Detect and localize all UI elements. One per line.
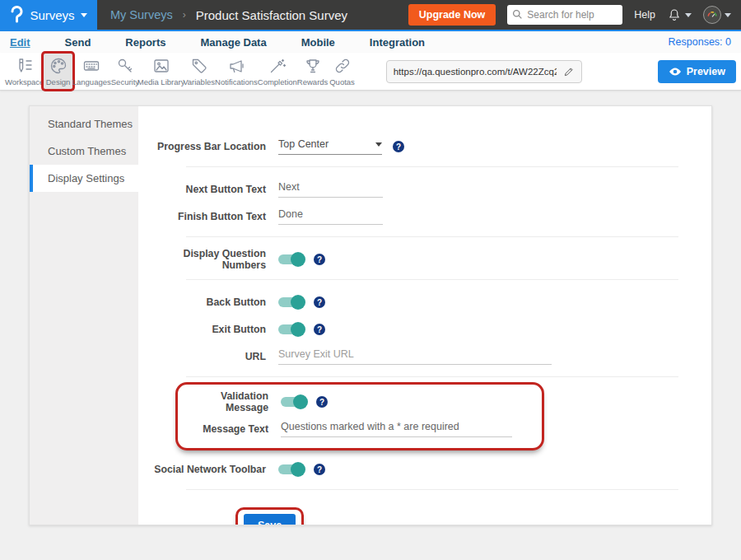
- key-icon: [115, 56, 135, 76]
- upgrade-now-button[interactable]: Upgrade Now: [408, 4, 496, 26]
- image-icon: [151, 56, 171, 76]
- tool-design[interactable]: Design: [44, 54, 72, 89]
- nav-tab-mobile[interactable]: Mobile: [301, 36, 335, 49]
- section-divider: [186, 489, 678, 490]
- sidebar-item-custom-themes[interactable]: Custom Themes: [30, 138, 138, 165]
- tool-notifications[interactable]: Notifications: [215, 54, 258, 89]
- display-settings-form: Progress Bar Location Top Center Next Bu…: [138, 106, 711, 525]
- finish-button-text-input[interactable]: [278, 208, 383, 225]
- tool-rewards[interactable]: Rewards: [297, 54, 329, 89]
- breadcrumb-separator: ›: [183, 9, 186, 21]
- section-divider: [186, 279, 678, 280]
- pencil-icon: [563, 66, 575, 77]
- chevron-down-icon: [725, 13, 731, 17]
- exit-button-label: Exit Button: [138, 324, 266, 335]
- back-button-toggle[interactable]: [278, 297, 303, 307]
- display-question-numbers-label: Display Question Numbers: [138, 248, 266, 271]
- tool-quotas[interactable]: Quotas: [328, 54, 356, 89]
- eye-icon: [669, 67, 682, 77]
- keyboard-icon: [82, 56, 101, 76]
- help-search: [507, 5, 622, 25]
- tool-languages[interactable]: Languages: [72, 54, 111, 89]
- validation-message-row: Validation Message: [178, 390, 542, 414]
- display-question-numbers-toggle[interactable]: [278, 254, 303, 264]
- help-icon[interactable]: [314, 324, 325, 335]
- progress-bar-location-select[interactable]: Top Center: [278, 138, 382, 155]
- tool-variables[interactable]: Variables: [183, 54, 215, 89]
- next-button-text-row: Next Button Text: [138, 177, 711, 202]
- validation-annotation-box: Validation Message Message Text: [175, 382, 544, 450]
- sidebar-item-display-settings[interactable]: Display Settings: [30, 165, 138, 192]
- questionpro-logo-icon: [10, 6, 24, 24]
- message-text-input[interactable]: [281, 421, 512, 437]
- chevron-down-icon: [81, 13, 87, 17]
- help-icon[interactable]: [316, 396, 328, 408]
- finish-button-text-label: Finish Button Text: [138, 211, 266, 222]
- nav-tab-manage-data[interactable]: Manage Data: [200, 36, 266, 49]
- tool-workspace[interactable]: Workspace: [5, 54, 44, 89]
- next-button-text-input[interactable]: [278, 181, 383, 198]
- survey-nav: Edit Send Reports Manage Data Mobile Int…: [0, 31, 741, 53]
- nav-tab-integration[interactable]: Integration: [370, 36, 425, 49]
- account-menu[interactable]: [703, 6, 731, 24]
- section-divider: [186, 376, 678, 377]
- megaphone-icon: [226, 56, 246, 76]
- help-icon[interactable]: [314, 296, 325, 308]
- progress-bar-location-row: Progress Bar Location Top Center: [138, 134, 711, 159]
- section-divider: [186, 166, 678, 167]
- validation-message-toggle[interactable]: [281, 397, 305, 407]
- survey-url-input[interactable]: [394, 67, 557, 77]
- wand-icon: [268, 56, 287, 76]
- exit-url-input[interactable]: [278, 348, 552, 365]
- gauge-icon: [706, 8, 719, 21]
- validation-message-label: Validation Message: [178, 390, 268, 413]
- design-toolbar: Workspace Design Languages Security Medi…: [0, 53, 741, 91]
- social-network-toolbar-label: Social Network Toolbar: [138, 464, 266, 475]
- tool-security[interactable]: Security: [111, 54, 139, 89]
- save-button[interactable]: Save: [244, 514, 296, 525]
- search-input[interactable]: [507, 5, 622, 25]
- sidebar-item-standard-themes[interactable]: Standard Themes: [30, 110, 138, 138]
- tool-media-library[interactable]: Media Library: [139, 54, 183, 89]
- exit-button-row: Exit Button: [138, 317, 711, 342]
- finish-button-text-row: Finish Button Text: [138, 204, 711, 229]
- nav-tab-send[interactable]: Send: [65, 36, 91, 49]
- exit-url-row: URL: [138, 344, 711, 369]
- progress-bar-location-label: Progress Bar Location: [138, 141, 266, 152]
- product-menu[interactable]: Surveys: [0, 0, 97, 30]
- preview-button[interactable]: Preview: [658, 60, 736, 83]
- chevron-down-icon: [685, 13, 692, 17]
- tool-completion[interactable]: Completion: [258, 54, 297, 89]
- design-settings-card: Standard Themes Custom Themes Display Se…: [29, 105, 712, 525]
- chain-link-icon: [333, 56, 352, 76]
- responses-count[interactable]: Responses: 0: [669, 36, 731, 48]
- notifications-bell-menu[interactable]: [667, 7, 692, 22]
- social-network-toolbar-toggle[interactable]: [278, 464, 303, 474]
- product-menu-label: Surveys: [30, 8, 74, 22]
- help-link[interactable]: Help: [634, 9, 655, 21]
- breadcrumb-my-surveys[interactable]: My Surveys: [110, 8, 173, 21]
- top-header: Surveys My Surveys › Product Satisfactio…: [0, 0, 741, 31]
- next-button-text-label: Next Button Text: [138, 184, 266, 195]
- edit-url-button[interactable]: [563, 66, 575, 77]
- nav-tab-edit[interactable]: Edit: [10, 36, 30, 49]
- workspace-icon: [15, 56, 35, 76]
- survey-url-field: [386, 60, 582, 83]
- display-question-numbers-row: Display Question Numbers: [138, 247, 711, 272]
- nav-tab-reports[interactable]: Reports: [125, 36, 165, 49]
- back-button-label: Back Button: [138, 296, 266, 308]
- page-title: Product Satisfaction Survey: [196, 8, 347, 22]
- search-icon: [512, 9, 523, 20]
- exit-url-label: URL: [138, 351, 266, 362]
- design-sidebar: Standard Themes Custom Themes Display Se…: [30, 106, 138, 525]
- help-icon[interactable]: [393, 141, 404, 152]
- exit-button-toggle[interactable]: [278, 324, 303, 334]
- tag-icon: [189, 56, 209, 76]
- avatar: [703, 6, 721, 24]
- bell-icon: [667, 7, 682, 22]
- help-icon[interactable]: [314, 464, 325, 475]
- message-text-row: Message Text: [178, 417, 542, 441]
- design-palette-icon: [49, 56, 68, 76]
- social-network-toolbar-row: Social Network Toolbar: [138, 457, 711, 482]
- help-icon[interactable]: [314, 254, 325, 265]
